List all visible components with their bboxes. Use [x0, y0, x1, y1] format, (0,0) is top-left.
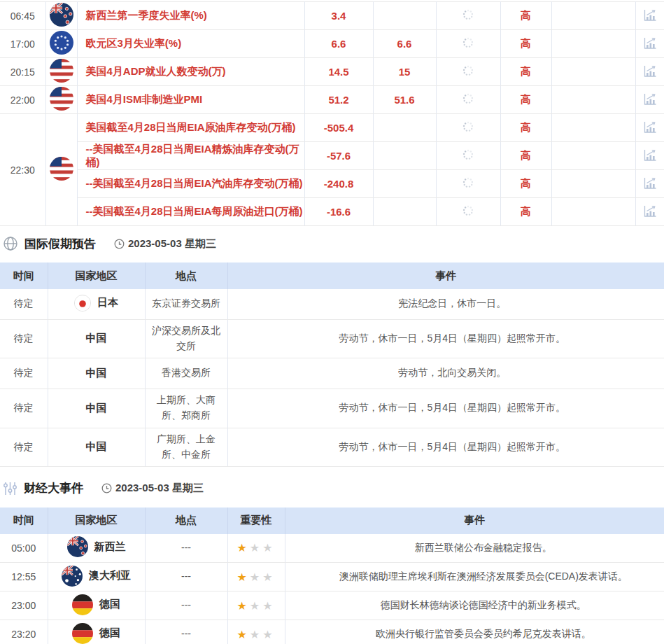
importance-stars-icon: ★★★ — [236, 600, 275, 612]
holiday-country: 中国 — [48, 319, 145, 358]
chart-icon[interactable] — [641, 35, 659, 52]
econ-forecast-value — [373, 2, 436, 30]
holiday-row: 待定中国广期所、上金所、中金所劳动节，休市一日，5月4日（星期四）起照常开市。 — [0, 428, 664, 466]
holiday-country: 中国 — [48, 358, 145, 388]
event-row: 23:20德国---★★★欧洲央行银行监管委员会委员约希尼克发表讲话。 — [0, 620, 664, 644]
star-icon: ★ — [236, 571, 249, 583]
econ-event-name: 美国4月ISM非制造业PMI — [77, 86, 304, 114]
econ-country — [45, 58, 77, 86]
econ-importance: 高 — [500, 170, 551, 198]
star-icon: ★ — [262, 571, 275, 583]
star-icon: ★ — [250, 600, 262, 612]
flag-icon-new-zealand — [67, 536, 88, 557]
events-date-text: 2023-05-03 星期三 — [115, 482, 204, 495]
holiday-country: 日本 — [48, 289, 145, 319]
econ-event-name: 新西兰第一季度失业率(%) — [77, 2, 304, 30]
importance-stars-icon: ★★★ — [236, 542, 275, 554]
chart-icon[interactable] — [641, 7, 659, 24]
chart-icon[interactable] — [641, 119, 659, 136]
event-country: 德国 — [48, 620, 145, 644]
econ-forecast-value — [373, 142, 436, 170]
econ-previous-value: 6.6 — [304, 30, 373, 58]
economic-data-table: 06:45新西兰第一季度失业率(%)3.4高17:00欧元区3月失业率(%)6.… — [0, 1, 664, 226]
holiday-date-text: 2023-05-03 星期三 — [128, 237, 216, 251]
econ-event-name: --美国截至4月28日当周EIA汽油库存变动(万桶) — [77, 170, 304, 198]
events-header-4: 重要性 — [227, 507, 285, 534]
event-location: --- — [145, 620, 227, 644]
holiday-header-3: 地点 — [145, 262, 227, 289]
event-importance-stars: ★★★ — [227, 620, 285, 644]
events-table: 时间国家地区地点重要性事件 05:00新西兰---★★★新西兰联储公布金融稳定报… — [0, 507, 664, 644]
econ-event-name: 欧元区3月失业率(%) — [77, 30, 304, 58]
star-icon: ★ — [236, 600, 249, 612]
econ-forecast-value — [373, 114, 436, 142]
country-label: 中国 — [86, 332, 107, 345]
econ-published-value — [436, 142, 500, 170]
econ-chart-cell — [635, 86, 664, 114]
chart-icon[interactable] — [641, 175, 659, 192]
events-header-1: 时间 — [0, 507, 48, 534]
loading-spinner-icon — [462, 36, 474, 49]
event-importance-stars: ★★★ — [227, 592, 285, 620]
country-label: 中国 — [86, 402, 107, 415]
holiday-country: 中国 — [48, 428, 145, 466]
econ-chart-cell — [635, 142, 664, 170]
econ-time: 22:30 — [0, 114, 45, 226]
event-location: --- — [145, 592, 227, 620]
event-row: 12:55澳大利亚---★★★澳洲联储助理主席埃利斯在澳洲经济发展委员会(CED… — [0, 563, 664, 592]
star-icon: ★ — [236, 629, 249, 640]
country-label: 中国 — [86, 367, 107, 380]
econ-published-value — [436, 30, 500, 58]
econ-time: 06:45 — [0, 2, 45, 30]
event-row: 05:00新西兰---★★★新西兰联储公布金融稳定报告。 — [0, 534, 664, 563]
holiday-row: 待定日本东京证券交易所宪法纪念日，休市一日。 — [0, 289, 664, 319]
econ-row: 20:15美国4月ADP就业人数变动(万)14.515高 — [0, 58, 664, 86]
econ-forecast-value — [373, 198, 436, 226]
chart-icon[interactable] — [641, 63, 659, 80]
events-header-5: 事件 — [285, 507, 664, 534]
events-section-date: 2023-05-03 星期三 — [101, 482, 204, 495]
econ-row: 22:30美国截至4月28日当周EIA原油库存变动(万桶)-505.4高 — [0, 114, 664, 142]
econ-effect — [551, 86, 635, 114]
chart-icon[interactable] — [641, 91, 659, 108]
holiday-header-2: 国家地区 — [48, 262, 145, 289]
holiday-event-text: 劳动节，北向交易关闭。 — [227, 358, 664, 388]
econ-time: 17:00 — [0, 30, 45, 58]
chart-icon[interactable] — [641, 147, 659, 164]
country-label: 德国 — [99, 626, 120, 640]
loading-spinner-icon — [462, 120, 474, 133]
star-icon: ★ — [262, 542, 275, 554]
chart-icon[interactable] — [641, 203, 659, 220]
event-importance-stars: ★★★ — [227, 563, 285, 592]
holiday-section-date: 2023-05-03 星期三 — [114, 237, 216, 251]
event-importance-stars: ★★★ — [227, 534, 285, 563]
econ-row: --美国截至4月28日当周EIA汽油库存变动(万桶)-240.8高 — [0, 170, 664, 198]
event-text: 德国财长林德纳谈论德国经济中的新业务模式。 — [285, 592, 664, 620]
econ-importance: 高 — [500, 198, 551, 226]
econ-country — [45, 30, 77, 58]
country-label: 新西兰 — [94, 540, 126, 554]
holiday-event-text: 劳动节，休市一日，5月4日（星期四）起照常开市。 — [227, 428, 664, 466]
flag-icon-new-zealand — [50, 3, 73, 27]
econ-importance: 高 — [500, 142, 551, 170]
event-time: 23:20 — [0, 620, 48, 644]
econ-importance: 高 — [500, 114, 551, 142]
econ-chart-cell — [635, 58, 664, 86]
event-time: 23:00 — [0, 592, 48, 620]
event-location: --- — [145, 563, 227, 592]
events-table-body: 05:00新西兰---★★★新西兰联储公布金融稳定报告。12:55澳大利亚---… — [0, 534, 664, 644]
holiday-header-1: 时间 — [0, 262, 48, 289]
event-text: 新西兰联储公布金融稳定报告。 — [285, 534, 664, 563]
econ-effect — [551, 58, 635, 86]
econ-effect — [551, 114, 635, 142]
econ-previous-value: -57.6 — [304, 142, 373, 170]
holiday-section-title: 国际假期预告 — [24, 236, 96, 252]
econ-importance: 高 — [500, 86, 551, 114]
financial-calendar-page: { "colors": { "accent_red": "#d23b33", "… — [0, 0, 664, 644]
econ-published-value — [436, 114, 500, 142]
econ-chart-cell — [635, 198, 664, 226]
event-country: 澳大利亚 — [48, 563, 145, 592]
flag-icon-australia — [62, 566, 83, 587]
event-text: 澳洲联储助理主席埃利斯在澳洲经济发展委员会(CEDA)发表讲话。 — [285, 563, 664, 592]
holiday-row: 待定中国沪深交易所及北交所劳动节，休市一日，5月4日（星期四）起照常开市。 — [0, 319, 664, 358]
